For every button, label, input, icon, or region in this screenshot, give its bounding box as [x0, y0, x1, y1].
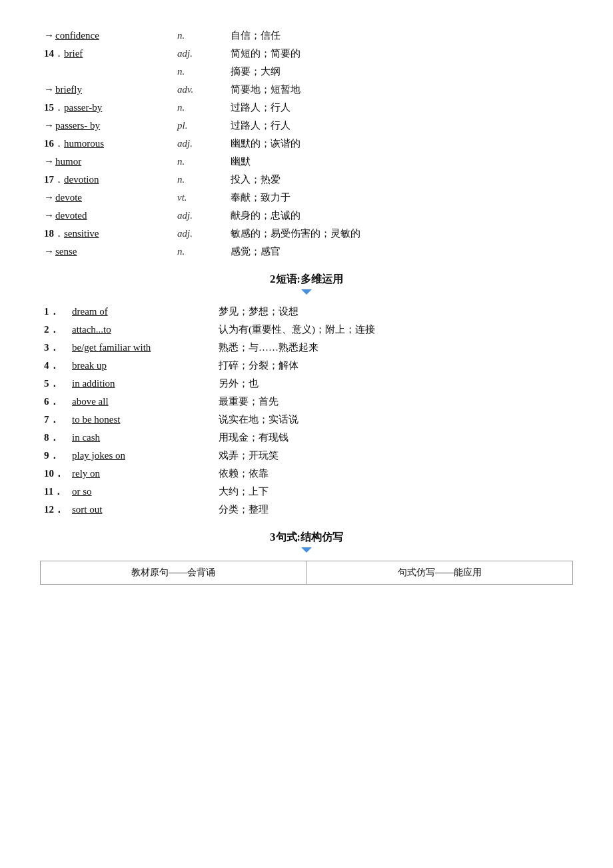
vocab-pos: adj.	[173, 135, 227, 153]
phrase-meaning: 打碎；分裂；解体	[215, 357, 573, 375]
vocab-meaning: 感觉；感官	[227, 243, 573, 261]
phrase-text: in addition	[72, 378, 115, 389]
vocab-pos: n.	[173, 99, 227, 117]
vocab-word-cell	[40, 63, 173, 81]
vocab-word: humorous	[64, 138, 104, 149]
arrow-icon: →	[44, 246, 54, 257]
vocab-pos: vt.	[173, 189, 227, 207]
structure-col2: 句式仿写——能应用	[306, 561, 573, 585]
vocab-word-cell: →humor	[40, 153, 173, 171]
vocab-word: humor	[55, 156, 81, 167]
vocab-word: devotion	[64, 174, 99, 185]
vocab-row: →passers- bypl.过路人；行人	[40, 117, 573, 135]
vocab-row: 18．sensitiveadj.敏感的；易受伤害的；灵敏的	[40, 225, 573, 243]
phrase-phrase: play jokes on	[68, 447, 215, 465]
phrase-num: 5．	[40, 375, 68, 393]
vocab-meaning: 幽默的；诙谐的	[227, 135, 573, 153]
phrase-row: 8．in cash用现金；有现钱	[40, 429, 573, 447]
phrase-table: 1．dream of梦见；梦想；设想2．attach...to认为有(重要性、意…	[40, 303, 573, 519]
vocab-pos: n.	[173, 153, 227, 171]
phrase-meaning: 熟悉；与……熟悉起来	[215, 339, 573, 357]
vocab-word-cell: →sense	[40, 243, 173, 261]
vocab-num: 14	[44, 48, 54, 59]
vocab-pos: pl.	[173, 117, 227, 135]
vocab-word-cell: →briefly	[40, 81, 173, 99]
phrase-row: 9．play jokes on戏弄；开玩笑	[40, 447, 573, 465]
arrow-icon: →	[44, 84, 54, 95]
phrase-meaning: 依赖；依靠	[215, 465, 573, 483]
phrase-meaning: 戏弄；开玩笑	[215, 447, 573, 465]
vocab-meaning: 过路人；行人	[227, 99, 573, 117]
phrase-meaning: 用现金；有现钱	[215, 429, 573, 447]
phrase-phrase: dream of	[68, 303, 215, 321]
phrase-num: 8．	[40, 429, 68, 447]
phrase-phrase: or so	[68, 483, 215, 501]
phrase-phrase: attach...to	[68, 321, 215, 339]
vocab-word: sensitive	[64, 228, 99, 239]
phrase-meaning: 大约；上下	[215, 483, 573, 501]
vocab-meaning: 过路人；行人	[227, 117, 573, 135]
phrase-text: sort out	[72, 504, 102, 515]
arrow-icon: →	[44, 120, 54, 131]
vocab-pos: n.	[173, 63, 227, 81]
phrase-meaning: 最重要；首先	[215, 393, 573, 411]
section3-num: 3	[270, 531, 276, 543]
vocab-pos: adv.	[173, 81, 227, 99]
vocab-word: brief	[64, 48, 83, 59]
section2-label: 短语	[276, 273, 297, 285]
phrase-row: 1．dream of梦见；梦想；设想	[40, 303, 573, 321]
phrase-num: 7．	[40, 411, 68, 429]
vocab-meaning: 投入；热爱	[227, 171, 573, 189]
phrase-num: 2．	[40, 321, 68, 339]
vocab-meaning: 简要地；短暂地	[227, 81, 573, 99]
vocab-row: 16．humorousadj.幽默的；诙谐的	[40, 135, 573, 153]
vocab-pos: n.	[173, 27, 227, 45]
phrase-text: above all	[72, 396, 109, 407]
vocab-row: 15．passer-byn.过路人；行人	[40, 99, 573, 117]
vocab-meaning: 摘要；大纲	[227, 63, 573, 81]
arrow-icon: →	[44, 30, 54, 41]
phrase-num: 12．	[40, 501, 68, 519]
vocab-pos: n.	[173, 243, 227, 261]
structure-table: 教材原句——会背诵 句式仿写——能应用	[40, 561, 573, 585]
phrase-num: 10．	[40, 465, 68, 483]
vocab-row: →brieflyadv.简要地；短暂地	[40, 81, 573, 99]
section2-desc: 多维运用	[301, 273, 343, 285]
vocab-row: n.摘要；大纲	[40, 63, 573, 81]
vocab-word-cell: 17．devotion	[40, 171, 173, 189]
phrase-num: 4．	[40, 357, 68, 375]
vocab-word: devote	[55, 192, 82, 203]
phrase-text: break up	[72, 360, 107, 371]
vocab-pos: n.	[173, 171, 227, 189]
phrase-phrase: sort out	[68, 501, 215, 519]
phrase-text: be/get familiar with	[72, 342, 151, 353]
phrase-row: 7．to be honest说实在地；实话说	[40, 411, 573, 429]
section3-label: 句式	[276, 531, 297, 543]
phrase-meaning: 说实在地；实话说	[215, 411, 573, 429]
vocab-meaning: 自信；信任	[227, 27, 573, 45]
phrase-num: 1．	[40, 303, 68, 321]
phrase-phrase: in cash	[68, 429, 215, 447]
phrase-phrase: break up	[68, 357, 215, 375]
phrase-meaning: 梦见；梦想；设想	[215, 303, 573, 321]
vocab-word: passer-by	[64, 102, 102, 113]
phrase-phrase: in addition	[68, 375, 215, 393]
phrase-row: 12．sort out分类；整理	[40, 501, 573, 519]
vocab-meaning: 幽默	[227, 153, 573, 171]
phrase-row: 11．or so大约；上下	[40, 483, 573, 501]
vocab-row: →sensen.感觉；感官	[40, 243, 573, 261]
phrase-text: or so	[72, 486, 92, 497]
section2-num: 2	[270, 273, 276, 285]
vocab-word-cell: →confidence	[40, 27, 173, 45]
vocab-num: 18	[44, 228, 54, 239]
vocab-row: →devotedadj.献身的；忠诚的	[40, 207, 573, 225]
phrase-row: 5．in addition另外；也	[40, 375, 573, 393]
vocab-row: 17．devotionn.投入；热爱	[40, 171, 573, 189]
vocab-word-cell: 16．humorous	[40, 135, 173, 153]
vocab-meaning: 敏感的；易受伤害的；灵敏的	[227, 225, 573, 243]
phrase-text: attach...to	[72, 324, 111, 335]
vocab-meaning: 献身的；忠诚的	[227, 207, 573, 225]
phrase-phrase: rely on	[68, 465, 215, 483]
vocab-row: →confidencen.自信；信任	[40, 27, 573, 45]
vocab-word-cell: →passers- by	[40, 117, 173, 135]
